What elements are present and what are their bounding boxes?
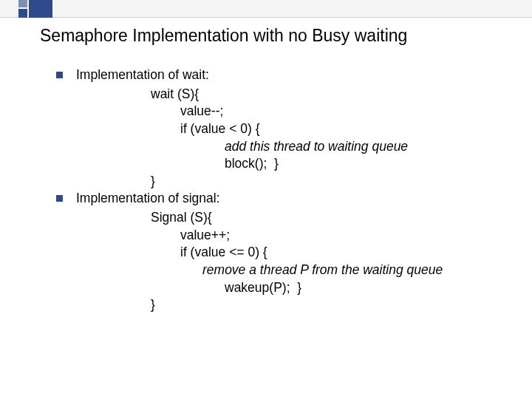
code-line: } — [56, 173, 443, 191]
code-line: add this thread to waiting queue — [56, 138, 443, 156]
slide-body: Implementation of wait: wait (S){ value-… — [56, 66, 443, 314]
bullet-item: Implementation of wait: — [56, 66, 443, 84]
code-line: wakeup(P); } — [56, 279, 443, 297]
code-line: if (value <= 0) { — [56, 244, 443, 262]
header-bar — [0, 0, 532, 18]
bullet-icon — [56, 72, 63, 78]
accent-square-small — [18, 0, 27, 7]
code-line: remove a thread P from the waiting queue — [56, 262, 443, 279]
code-line: block(); } — [56, 155, 443, 173]
code-line: value--; — [56, 103, 443, 120]
accent-square-bottom — [18, 9, 27, 18]
code-line: if (value < 0) { — [56, 120, 443, 138]
bullet-icon — [56, 195, 63, 202]
slide: Semaphore Implementation with no Busy wa… — [0, 0, 532, 399]
code-line: wait (S){ — [56, 86, 443, 103]
accent-square-large — [29, 0, 52, 18]
code-line: } — [56, 296, 443, 314]
code-line: Signal (S){ — [56, 209, 443, 227]
code-line: value++; — [56, 227, 443, 245]
slide-title: Semaphore Implementation with no Busy wa… — [40, 26, 407, 46]
bullet-item: Implementation of signal: — [56, 190, 443, 208]
bullet-label: Implementation of signal: — [76, 190, 220, 208]
bullet-label: Implementation of wait: — [76, 66, 209, 84]
